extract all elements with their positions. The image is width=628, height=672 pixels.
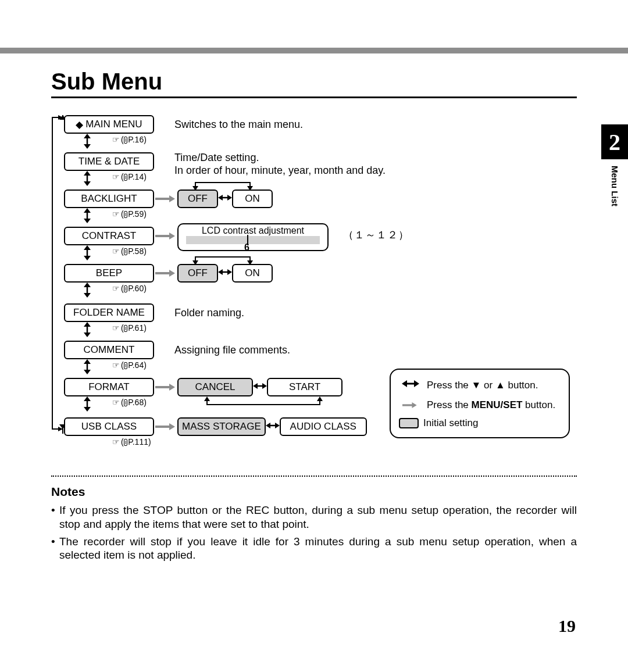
contrast-value: 6	[244, 242, 249, 253]
leftright-arrow-icon	[253, 380, 267, 395]
go-arrow-icon	[155, 264, 175, 283]
menu-desc: Assigning file comments.	[174, 344, 290, 357]
go-arrow-icon	[155, 190, 175, 208]
chapter-side-label: Menu List	[610, 166, 620, 206]
go-arrow-icon	[399, 398, 422, 412]
contrast-slider	[186, 236, 320, 244]
option-off: OFF	[177, 264, 218, 283]
updown-arrow-icon	[81, 322, 93, 337]
notes-heading: Notes	[51, 485, 85, 499]
page-number: 19	[558, 616, 576, 636]
page-ref: (IP.60)	[112, 284, 159, 293]
menu-item-time-date: TIME & DATE	[64, 152, 154, 171]
contrast-range: （１～１２）	[343, 229, 409, 242]
option-off: OFF	[177, 190, 218, 208]
page-ref: (IP.16)	[112, 135, 159, 144]
diamond-icon: ◆	[76, 119, 83, 131]
svg-marker-20	[414, 380, 419, 387]
go-arrow-icon	[155, 227, 175, 245]
title-rule	[51, 96, 577, 98]
page-ref: (IP.111)	[112, 437, 159, 446]
option-row-beep: OFF ON	[177, 264, 273, 283]
menu-item-label: USB CLASS	[81, 421, 137, 432]
page-ref: (IP.59)	[112, 209, 159, 219]
menu-item-contrast: CONTRAST	[64, 227, 154, 245]
legend-menuset: Press the MENU/SET button.	[399, 398, 561, 412]
initial-swatch-icon	[399, 418, 419, 428]
updown-arrow-icon	[81, 359, 93, 374]
menu-item-label: FOLDER NAME	[73, 307, 145, 319]
updown-arrow-icon	[81, 208, 93, 223]
svg-marker-17	[317, 396, 323, 401]
legend-text: Press the MENU/SET button.	[427, 399, 555, 411]
go-arrow-icon	[155, 378, 175, 396]
menu-item-comment: COMMENT	[64, 341, 154, 359]
legend-initial: Initial setting	[399, 417, 561, 429]
contrast-desc: LCD contrast adjustment	[202, 226, 304, 236]
menu-item-label: FORMAT	[88, 381, 130, 393]
leftright-arrow-icon	[399, 378, 422, 392]
menu-item-label: MAIN MENU	[85, 119, 142, 130]
svg-marker-19	[402, 380, 407, 387]
leftright-arrow-icon	[218, 266, 232, 281]
legend-updown: Press the ▼ or ▲ button.	[399, 378, 561, 392]
menu-item-label: CONTRAST	[82, 230, 137, 242]
menu-desc: Switches to the main menu.	[174, 119, 303, 131]
menu-item-format: FORMAT	[64, 378, 154, 396]
menu-item-main-menu: ◆MAIN MENU	[64, 115, 154, 134]
menu-item-label: BEEP	[96, 267, 122, 279]
chapter-tab: 2	[601, 124, 628, 159]
menu-item-label: TIME & DATE	[78, 156, 140, 167]
updown-arrow-icon	[81, 245, 93, 260]
updown-arrow-icon	[81, 134, 93, 149]
leftright-arrow-icon	[218, 192, 232, 206]
page-title: Sub Menu	[51, 69, 162, 95]
go-arrow-icon	[155, 417, 175, 436]
option-audio-class: AUDIO CLASS	[280, 417, 367, 436]
updown-arrow-icon	[81, 396, 93, 412]
menu-item-backlight: BACKLIGHT	[64, 190, 154, 208]
page-ref: (IP.14)	[112, 172, 159, 181]
option-loop	[192, 253, 256, 265]
page-ref: (IP.64)	[112, 360, 159, 370]
option-row-backlight: OFF ON	[177, 190, 273, 208]
dotted-divider	[51, 476, 577, 477]
page-ref: (IP.61)	[112, 323, 159, 333]
updown-arrow-icon	[81, 283, 93, 298]
legend-text: Initial setting	[423, 417, 479, 429]
option-loop	[192, 179, 256, 191]
menu-desc: Folder naming.	[174, 307, 244, 320]
menu-item-label: COMMENT	[84, 344, 135, 356]
notes-list: •If you press the STOP button or the REC…	[51, 503, 577, 566]
page-ref: (IP.58)	[112, 246, 159, 256]
option-on: ON	[232, 264, 273, 283]
option-mass-storage: MASS STORAGE	[177, 417, 266, 436]
updown-arrow-icon	[81, 171, 93, 186]
option-on: ON	[232, 190, 273, 208]
menu-item-beep: BEEP	[64, 264, 154, 283]
page-ref: (IP.68)	[112, 398, 159, 407]
menu-item-usb-class: USB CLASS	[64, 417, 154, 436]
leftright-arrow-icon	[266, 420, 280, 434]
legend-box: Press the ▼ or ▲ button. Press the MENU/…	[390, 369, 570, 438]
option-row-usb-class: MASS STORAGE AUDIO CLASS	[177, 417, 367, 436]
menu-desc: Time/Date setting.In order of hour, minu…	[174, 152, 386, 177]
note-item: •If you press the STOP button or the REC…	[51, 503, 577, 531]
note-item: •The recorder will stop if you leave it …	[51, 535, 577, 563]
option-loop-bottom	[204, 396, 331, 409]
option-cancel: CANCEL	[177, 378, 253, 396]
option-row-format: CANCEL START	[177, 378, 342, 396]
menu-item-label: BACKLIGHT	[81, 193, 137, 205]
option-start: START	[267, 378, 342, 396]
svg-marker-16	[204, 396, 210, 401]
svg-marker-22	[412, 402, 416, 408]
top-rule	[0, 48, 628, 53]
contrast-box: LCD contrast adjustment	[177, 223, 329, 251]
menu-item-folder-name: FOLDER NAME	[64, 303, 154, 322]
legend-text: Press the ▼ or ▲ button.	[427, 380, 538, 391]
